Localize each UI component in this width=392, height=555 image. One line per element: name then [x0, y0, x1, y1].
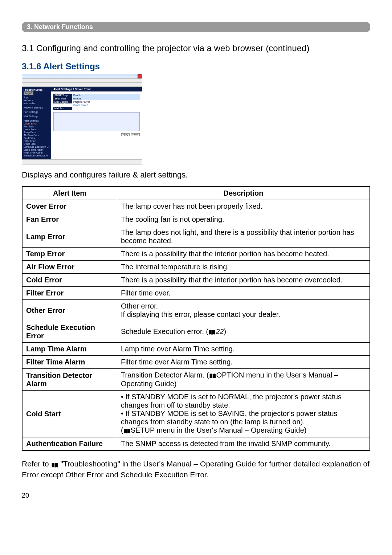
page-ref: 22 — [216, 327, 224, 335]
row-desc: • If STANDBY MODE is set to NORMAL, the … — [117, 391, 370, 437]
apply-button: Apply — [121, 133, 130, 136]
reset-button: Reset — [131, 133, 140, 136]
intro-text: Displays and configures failure & alert … — [22, 170, 370, 180]
row-name: Transition Detector Alarm — [22, 369, 117, 391]
sidebar-title: Projector Setup — [24, 89, 50, 91]
table-row: Fan ErrorThe cooling fan is not operatin… — [22, 213, 370, 226]
footer-pre: Refer to — [22, 460, 51, 468]
sidebar-alert-active: Cover Error — [24, 122, 50, 125]
table-row: Other Error Other error. If displaying t… — [22, 300, 370, 321]
table-row: Filter ErrorFilter time over. — [22, 287, 370, 300]
screenshot-sidebar: Projector Setup Logoff Top: Network Info… — [22, 87, 51, 159]
sidebar-link: Network Settings — [24, 106, 50, 109]
table-row: Temp ErrorThere is a possibility that th… — [22, 248, 370, 261]
book-icon — [51, 460, 58, 469]
table-row: Authentication FailureThe SNMP access is… — [22, 437, 370, 451]
ss-cell — [72, 107, 140, 110]
book-icon — [209, 371, 216, 380]
ss-cell: Cover Error!! — [72, 103, 140, 107]
table-row: Air Flow ErrorThe internal temperature i… — [22, 261, 370, 274]
sidebar-alert: Other Error — [24, 143, 50, 145]
sidebar-alert: Air Flow Error — [24, 134, 50, 136]
logoff-button: Logoff — [24, 91, 33, 95]
manual-ref: SETUP menu in the User's Manual – Operat… — [131, 426, 304, 434]
screenshot-header: Alert Settings / Cover Error — [51, 87, 142, 91]
row-desc: The SNMP access is detected from the inv… — [117, 437, 370, 451]
sidebar-alert: Transition Detector Al — [24, 154, 50, 157]
row-name: Cover Error — [22, 200, 117, 213]
row-desc: Filter time over. — [117, 287, 370, 300]
table-row: Transition Detector Alarm Transition Det… — [22, 369, 370, 391]
desc-text: ) — [224, 327, 226, 335]
row-name: Other Error — [22, 300, 117, 321]
table-header-row: Alert Item Description — [22, 187, 370, 200]
row-name: Authentication Failure — [22, 437, 117, 451]
row-name: Air Flow Error — [22, 261, 117, 274]
chapter-bar: 3. Network Functions — [22, 22, 370, 32]
desc-line: If displaying this error, please contact… — [121, 310, 280, 318]
row-desc: There is a possibility that the interior… — [117, 274, 370, 287]
table-row: Lamp Time AlarmLamp time over Alarm Time… — [22, 343, 370, 356]
book-icon — [123, 427, 131, 435]
table-row: Filter Time AlarmFilter time over Alarm … — [22, 356, 370, 369]
sidebar-link: Port Settings — [24, 111, 50, 113]
screenshot-main: Alert Settings / Cover Error SNMP TrapEn… — [51, 87, 142, 159]
sidebar-link: Mail Settings — [24, 115, 50, 118]
footer-note: Refer to "Troubleshooting" in the User's… — [22, 459, 370, 479]
row-desc: Schedule Execution error. (22) — [117, 321, 370, 343]
header-description: Description — [117, 187, 370, 200]
row-desc: The lamp cover has not been properly fix… — [117, 200, 370, 213]
row-name: Cold Error — [22, 274, 117, 287]
ss-cell: SNMP Trap — [53, 94, 72, 97]
sidebar-link: Alert Settings — [24, 119, 50, 122]
row-name: Schedule Execution Error — [22, 321, 117, 343]
row-name: Filter Time Alarm — [22, 356, 117, 369]
row-desc: Filter time over Alarm Time setting. — [117, 356, 370, 369]
ss-cell: Send Mail — [53, 97, 72, 100]
sidebar-alert: Lamp Time Alarm — [24, 148, 50, 151]
sidebar-alert: Lamp Error — [24, 128, 50, 131]
row-desc: The cooling fan is not operating. — [117, 213, 370, 226]
desc-text: ) — [174, 380, 177, 388]
close-icon — [138, 74, 142, 78]
row-name: Lamp Time Alarm — [22, 343, 117, 356]
row-name: Cold Start — [22, 391, 117, 437]
row-name: Filter Error — [22, 287, 117, 300]
sidebar-alert: Fan Error — [24, 125, 50, 128]
row-name: Fan Error — [22, 213, 117, 226]
ss-cell: Enable — [72, 97, 140, 100]
row-desc: The internal temperature is rising. — [117, 261, 370, 274]
row-desc: Lamp time over Alarm Time setting. — [117, 343, 370, 356]
ss-cell: Mail Text — [53, 107, 72, 110]
desc-text: Transition Detector Alarm. ( — [121, 371, 209, 379]
ss-cell: Enable — [72, 94, 140, 97]
row-desc: There is a possibility that the interior… — [117, 248, 370, 261]
table-row: Lamp ErrorThe lamp does not light, and t… — [22, 226, 370, 248]
section-title: 3.1 Conﬁguring and controlling the proje… — [22, 43, 370, 53]
header-alert-item: Alert Item — [22, 187, 117, 200]
ss-cell: Mail Subject — [53, 100, 72, 103]
row-name: Lamp Error — [22, 226, 117, 248]
alert-settings-screenshot: Projector Setup Logoff Top: Network Info… — [22, 74, 142, 164]
sidebar-alert: Filter Time Alarm — [24, 151, 50, 154]
row-name: Temp Error — [22, 248, 117, 261]
mail-text-area — [53, 112, 140, 131]
table-row: Cover ErrorThe lamp cover has not been p… — [22, 200, 370, 213]
row-desc: Transition Detector Alarm. (OPTION menu … — [117, 369, 370, 391]
page-number: 20 — [22, 492, 370, 499]
sidebar-alert: Filter Error — [24, 140, 50, 142]
alert-items-table: Alert Item Description Cover ErrorThe la… — [22, 186, 370, 451]
desc-line: Other error. — [121, 302, 158, 310]
sidebar-alert: Cold Error — [24, 137, 50, 139]
desc-text: Schedule Execution error. ( — [121, 327, 208, 335]
table-row: Cold Start • If STANDBY MODE is set to N… — [22, 391, 370, 437]
desc-line: • If STANDBY MODE is set to NORMAL, the … — [121, 393, 342, 409]
subsection-heading: 3.1.6 Alert Settings — [22, 61, 370, 72]
footer-ref: "Troubleshooting" in the User's Manual –… — [60, 460, 256, 468]
sidebar-link: Top: — [24, 96, 50, 99]
row-desc: Other error. If displaying this error, p… — [117, 300, 370, 321]
table-row: Cold ErrorThere is a possibility that th… — [22, 274, 370, 287]
sidebar-alert: Temp Error — [24, 131, 50, 134]
table-row: Schedule Execution Error Schedule Execut… — [22, 321, 370, 343]
sidebar-link: Network — [24, 99, 50, 102]
